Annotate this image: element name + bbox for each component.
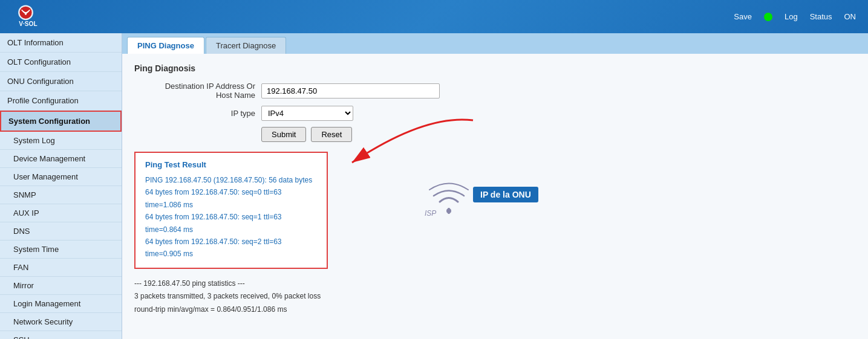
header: V·SOL Save Log Status ON bbox=[0, 0, 868, 33]
sidebar-item-system-time[interactable]: System Time bbox=[0, 241, 122, 259]
dest-ip-label: Destination IP Address OrHost Name bbox=[134, 82, 255, 100]
main-layout: OLT Information OLT Configuration ONU Co… bbox=[0, 33, 868, 339]
sidebar-item-network-security[interactable]: Network Security bbox=[0, 313, 122, 331]
sidebar-item-profile-config[interactable]: Profile Configuration bbox=[0, 91, 122, 111]
on-label: ON bbox=[844, 12, 857, 21]
svg-point-2 bbox=[25, 13, 27, 15]
sidebar-item-system-config[interactable]: System Configuration bbox=[0, 111, 122, 132]
button-row: Submit Reset bbox=[261, 127, 856, 142]
content-panel: Ping Diagnosis Destination IP Address Or… bbox=[122, 54, 868, 339]
logo: V·SOL bbox=[12, 3, 39, 30]
sidebar: OLT Information OLT Configuration ONU Co… bbox=[0, 33, 122, 339]
status-indicator bbox=[764, 13, 772, 21]
ip-type-row: IP type IPv4 IPv6 bbox=[134, 106, 856, 121]
ping-result-lines: PING 192.168.47.50 (192.168.47.50): 56 d… bbox=[145, 174, 317, 260]
reset-button[interactable]: Reset bbox=[311, 127, 352, 142]
sidebar-item-ssh[interactable]: SSH bbox=[0, 331, 122, 339]
content-area: PING Diagnose Tracert Diagnose Ping Diag… bbox=[122, 33, 868, 339]
stats-line-1: 3 packets transmitted, 3 packets receive… bbox=[134, 290, 856, 303]
log-label[interactable]: Log bbox=[785, 12, 798, 21]
header-actions: Save Log Status ON bbox=[734, 12, 856, 21]
dest-ip-input[interactable] bbox=[261, 83, 440, 98]
ping-result-title: Ping Test Result bbox=[145, 160, 317, 169]
section-title: Ping Diagnosis bbox=[134, 63, 856, 73]
ip-type-label: IP type bbox=[134, 109, 255, 118]
ping-line-1: 64 bytes from 192.168.47.50: seq=0 ttl=6… bbox=[145, 186, 317, 211]
ping-result-box: Ping Test Result PING 192.168.47.50 (192… bbox=[134, 152, 328, 269]
stats-line-0: --- 192.168.47.50 ping statistics --- bbox=[134, 277, 856, 291]
ping-line-3: 64 bytes from 192.168.47.50: seq=2 ttl=6… bbox=[145, 236, 317, 260]
onu-badge: IP de la ONU bbox=[473, 187, 538, 202]
svg-point-4 bbox=[446, 208, 451, 213]
vsol-logo-icon: V·SOL bbox=[12, 3, 39, 30]
sidebar-item-user-mgmt[interactable]: User Management bbox=[0, 168, 122, 186]
sidebar-item-system-log[interactable]: System Log bbox=[0, 132, 122, 150]
sidebar-item-snmp[interactable]: SNMP bbox=[0, 186, 122, 204]
tab-ping[interactable]: PING Diagnose bbox=[127, 37, 204, 54]
sidebar-item-mirror[interactable]: Mirror bbox=[0, 277, 122, 295]
sidebar-item-olt-config[interactable]: OLT Configuration bbox=[0, 53, 122, 72]
sidebar-item-aux-ip[interactable]: AUX IP bbox=[0, 204, 122, 222]
submit-button[interactable]: Submit bbox=[261, 127, 306, 142]
sidebar-item-olt-info[interactable]: OLT Information bbox=[0, 33, 122, 53]
sidebar-item-login-mgmt[interactable]: Login Management bbox=[0, 295, 122, 313]
save-label[interactable]: Save bbox=[734, 12, 752, 21]
ping-line-0: PING 192.168.47.50 (192.168.47.50): 56 d… bbox=[145, 174, 317, 186]
wifi-icon-area: ISP bbox=[425, 175, 473, 219]
sidebar-item-dns[interactable]: DNS bbox=[0, 222, 122, 241]
ping-stats: --- 192.168.47.50 ping statistics --- 3 … bbox=[134, 277, 856, 317]
tab-tracert[interactable]: Tracert Diagnose bbox=[206, 37, 286, 54]
dest-ip-row: Destination IP Address OrHost Name bbox=[134, 82, 856, 100]
stats-line-2: round-trip min/avg/max = 0.864/0.951/1.0… bbox=[134, 303, 856, 317]
svg-text:ISP: ISP bbox=[425, 209, 436, 217]
wifi-icon: ISP bbox=[425, 175, 473, 217]
sidebar-item-fan[interactable]: FAN bbox=[0, 259, 122, 277]
ip-type-select[interactable]: IPv4 IPv6 bbox=[261, 106, 353, 121]
status-label[interactable]: Status bbox=[810, 12, 832, 21]
sidebar-item-device-mgmt[interactable]: Device Management bbox=[0, 150, 122, 168]
svg-text:V·SOL: V·SOL bbox=[19, 21, 37, 27]
sidebar-item-onu-config[interactable]: ONU Configuration bbox=[0, 72, 122, 91]
red-arrow bbox=[304, 108, 497, 205]
ping-line-2: 64 bytes from 192.168.47.50: seq=1 ttl=6… bbox=[145, 211, 317, 236]
tab-bar: PING Diagnose Tracert Diagnose bbox=[122, 33, 868, 54]
